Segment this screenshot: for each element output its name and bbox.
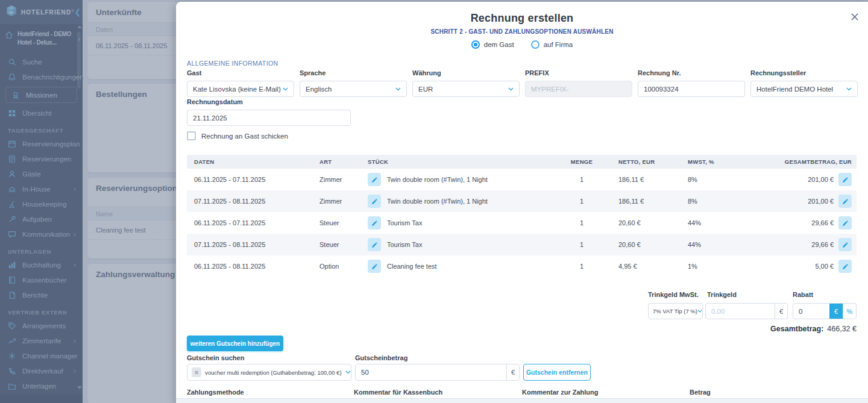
- rabatt-percent-toggle[interactable]: %: [843, 304, 856, 319]
- send-invoice-checkbox-row: Rechnung an Gast schicken: [187, 131, 288, 140]
- cell-daten: 07.11.2025 - 08.11.2025: [194, 198, 319, 205]
- trinkgeld-label: Trinkgeld: [707, 291, 737, 298]
- radio-dem-gast[interactable]: dem Gast: [471, 40, 514, 49]
- cell-netto: 20,60 €: [603, 241, 672, 248]
- cell-art: Option: [319, 263, 368, 270]
- remove-voucher-chip-icon[interactable]: ✕: [192, 367, 201, 377]
- rabatt-label: Rabatt: [793, 291, 813, 298]
- cell-daten: 07.11.2025 - 08.11.2025: [194, 241, 319, 248]
- voucher-amount-input[interactable]: 50: [356, 364, 506, 380]
- table-row: 06.11.2025 - 08.11.2025 Option Cleaning …: [187, 255, 857, 277]
- edit-item-button[interactable]: [368, 260, 381, 273]
- waehrung-field: Währung EUR: [412, 69, 520, 97]
- cell-netto: 20,60 €: [603, 219, 672, 226]
- total-value: 466,32 €: [827, 325, 857, 333]
- currency-suffix: €: [775, 304, 787, 319]
- radio-auf-firma[interactable]: auf Firma: [531, 40, 573, 49]
- cell-mwst: 8%: [672, 176, 738, 183]
- cell-stueck: Tourism Tax: [368, 238, 561, 251]
- radio-selected-icon: [471, 40, 480, 49]
- edit-total-button[interactable]: [838, 195, 852, 208]
- column-header-art: ART: [319, 158, 368, 165]
- trinkgeld-input[interactable]: 0.00: [706, 304, 775, 319]
- table-body: 06.11.2025 - 07.11.2025 Zimmer Twin doub…: [187, 169, 857, 277]
- rechnungssteller-field: Rechnungssteller HotelFriend DEMO Hotel: [750, 69, 858, 97]
- invoice-modal: Rechnung erstellen SCHRITT 2 - GAST- UND…: [176, 2, 868, 403]
- chevron-down-icon: [697, 310, 702, 313]
- rabatt-input[interactable]: 0: [793, 304, 829, 319]
- voucher-amount-label: Gutscheinbetrag: [355, 354, 407, 361]
- column-header-gesamtbetrag-eur: GESAMTBETRAG, EUR: [738, 158, 852, 165]
- edit-item-button[interactable]: [368, 216, 381, 230]
- cell-netto: 186,11 €: [603, 176, 672, 183]
- voucher-search-select[interactable]: ✕ voucher multi redemption (Guthabenbetr…: [187, 364, 351, 381]
- cell-daten: 06.11.2025 - 07.11.2025: [194, 176, 319, 183]
- edit-total-button[interactable]: [838, 216, 852, 230]
- cell-daten: 06.11.2025 - 07.11.2025: [194, 219, 319, 226]
- cell-stueck: Tourism Tax: [368, 216, 561, 230]
- payment-inputs-row[interactable]: [176, 398, 868, 403]
- cell-art: Steuer: [319, 241, 368, 248]
- cell-mwst: 44%: [672, 219, 738, 226]
- sprache-select[interactable]: Englisch: [300, 81, 407, 97]
- gast-field: Gast Kate Lisovska (keine E-Mail): [187, 69, 294, 97]
- edit-item-button[interactable]: [368, 173, 381, 186]
- edit-total-button[interactable]: [838, 260, 852, 273]
- cell-menge: 1: [561, 219, 603, 226]
- rechnungsdatum-field: Rechnungsdatum 21.11.2025: [187, 98, 351, 126]
- gast-select[interactable]: Kate Lisovska (keine E-Mail): [187, 81, 294, 97]
- cell-netto: 186,11 €: [603, 198, 672, 205]
- send-invoice-label: Rechnung an Gast schicken: [201, 133, 288, 140]
- table-header-row: DATENARTSTÜCKMENGENETTO, EURMWST, %GESAM…: [187, 155, 857, 169]
- cell-mwst: 44%: [672, 241, 738, 248]
- cell-mwst: 1%: [672, 263, 738, 270]
- waehrung-select[interactable]: EUR: [412, 81, 520, 97]
- rechnungsdatum-input[interactable]: 21.11.2025: [187, 110, 351, 126]
- edit-item-button[interactable]: [368, 238, 381, 251]
- prefix-field: PREFIX MYPREFIX-: [525, 69, 632, 97]
- cell-gesamtbetrag: 5,00 €: [738, 260, 852, 273]
- chevron-down-icon: [508, 87, 514, 91]
- chevron-down-icon: [345, 370, 351, 374]
- rechnung-nr-input[interactable]: 100093324: [638, 81, 745, 97]
- cell-menge: 1: [561, 198, 603, 205]
- edit-item-button[interactable]: [368, 195, 381, 208]
- send-invoice-checkbox[interactable]: [187, 131, 196, 140]
- sprache-field: Sprache Englisch: [300, 69, 407, 97]
- edit-total-button[interactable]: [838, 173, 852, 186]
- cell-stueck: Cleaning fee test: [368, 260, 561, 273]
- rechnungssteller-select[interactable]: HotelFriend DEMO Hotel: [750, 81, 858, 97]
- radio-unselected-icon: [531, 40, 539, 49]
- rabatt-euro-toggle[interactable]: €: [829, 304, 843, 319]
- add-voucher-button[interactable]: weiteren Gutschein hinzufügen: [187, 336, 283, 351]
- prefix-input[interactable]: MYPREFIX-: [525, 81, 632, 97]
- cell-gesamtbetrag: 29,66 €: [738, 216, 852, 230]
- table-row: 06.11.2025 - 07.11.2025 Steuer Tourism T…: [187, 212, 857, 234]
- cell-art: Zimmer: [319, 198, 368, 205]
- cell-mwst: 8%: [672, 198, 738, 205]
- column-header-menge: MENGE: [561, 158, 603, 165]
- cell-daten: 06.11.2025 - 08.11.2025: [194, 263, 319, 270]
- currency-suffix: €: [506, 364, 519, 380]
- kassenbuch-kommentar-label: Kommentar für Kassenbuch: [354, 389, 442, 396]
- zahlungsmethode-label: Zahlungsmethode: [187, 389, 244, 396]
- column-header-netto-eur: NETTO, EUR: [603, 158, 672, 165]
- rechnung-nr-field: Rechnung Nr. 100093324: [638, 69, 745, 97]
- modal-step-subtitle: SCHRITT 2 - GAST- UND ZAHLUNGSOPTIONEN A…: [176, 28, 868, 35]
- section-allgemeine-information: ALLGEMEINE INFORMATION: [187, 60, 278, 67]
- column-header-st-ck: STÜCK: [368, 158, 561, 165]
- chevron-down-icon: [395, 87, 401, 91]
- rabatt-input-group: 0 € %: [793, 303, 857, 319]
- cell-art: Steuer: [319, 219, 368, 226]
- remove-voucher-button[interactable]: Gutschein entfernen: [523, 364, 591, 381]
- table-row: 07.11.2025 - 08.11.2025 Zimmer Twin doub…: [187, 190, 857, 212]
- trinkgeld-mwst-select[interactable]: 7% VAT Tip (7 %): [648, 303, 703, 319]
- invoice-items-table: DATENARTSTÜCKMENGENETTO, EURMWST, %GESAM…: [187, 155, 857, 277]
- trinkgeld-mwst-label: Trinkgeld MwSt.: [648, 291, 699, 298]
- total-label: Gesamtbetrag:: [770, 325, 823, 333]
- column-header-daten: DATEN: [194, 158, 319, 165]
- chevron-down-icon: [846, 87, 852, 91]
- cell-stueck: Twin double room (#Twin), 1 Night: [368, 195, 561, 208]
- cell-art: Zimmer: [319, 176, 368, 183]
- edit-total-button[interactable]: [838, 238, 852, 251]
